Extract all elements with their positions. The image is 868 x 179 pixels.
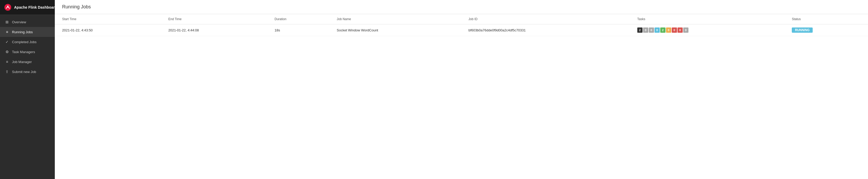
tasks-badges: 200020000 [637, 27, 777, 33]
svg-point-1 [7, 6, 9, 7]
task-badge-failed: 0 [678, 27, 683, 33]
table-row[interactable]: 2021-01-22, 4:43:50 2021-01-22, 4:44:08 … [55, 24, 868, 36]
job-id: bf603b0a76dde0f9d00a2c4df5c70331 [461, 24, 630, 36]
start-time: 2021-01-22, 4:43:50 [55, 24, 161, 36]
job-name: Socket Window WordCount [329, 24, 461, 36]
col-header-job-name: Job Name [329, 14, 461, 24]
status-badge: RUNNING [792, 27, 813, 33]
tasks-cell: 200020000 [630, 24, 784, 36]
completed-jobs-icon: ✓ [5, 40, 9, 44]
table-header: Start TimeEnd TimeDurationJob NameJob ID… [55, 14, 868, 24]
sidebar-item-job-manager[interactable]: ≡ Job Manager [0, 57, 55, 67]
duration: 18s [267, 24, 329, 36]
sidebar-item-label-completed-jobs: Completed Jobs [12, 40, 36, 44]
sidebar-item-overview[interactable]: ⊞ Overview [0, 17, 55, 27]
overview-icon: ⊞ [5, 20, 9, 24]
col-header-duration: Duration [267, 14, 329, 24]
sidebar-header: Apache Flink Dashboard [0, 0, 55, 15]
col-header-end-time: End Time [161, 14, 267, 24]
sidebar-nav: ⊞ Overview ≡ Running Jobs ✓ Completed Jo… [0, 15, 55, 77]
job-manager-icon: ≡ [5, 60, 9, 64]
jobs-table-container: Start TimeEnd TimeDurationJob NameJob ID… [55, 14, 868, 179]
sidebar-item-label-task-managers: Task Managers [12, 50, 35, 54]
col-header-job-id: Job ID [461, 14, 630, 24]
table-header-row: Start TimeEnd TimeDurationJob NameJob ID… [55, 14, 868, 24]
jobs-table: Start TimeEnd TimeDurationJob NameJob ID… [55, 14, 868, 36]
status-cell: RUNNING [784, 24, 868, 36]
task-badge-reconciling: 0 [683, 27, 688, 33]
col-header-start-time: Start Time [55, 14, 161, 24]
col-header-tasks: Tasks [630, 14, 784, 24]
task-managers-icon: ⚙ [5, 50, 9, 54]
task-badge-created: 2 [637, 27, 643, 33]
sidebar-item-running-jobs[interactable]: ≡ Running Jobs [0, 27, 55, 37]
sidebar: Apache Flink Dashboard ⊞ Overview ≡ Runn… [0, 0, 55, 179]
page-header: Running Jobs [55, 0, 868, 14]
app-title: Apache Flink Dashboard [14, 5, 57, 9]
task-badge-finished: 2 [660, 27, 665, 33]
flink-logo [4, 4, 11, 11]
end-time: 2021-01-22, 4:44:08 [161, 24, 267, 36]
task-badge-running: 0 [654, 27, 660, 33]
sidebar-item-task-managers[interactable]: ⚙ Task Managers [0, 47, 55, 57]
sidebar-item-label-running-jobs: Running Jobs [12, 30, 33, 34]
task-badge-deploying: 0 [649, 27, 654, 33]
sidebar-item-label-overview: Overview [12, 20, 26, 24]
sidebar-item-submit-job[interactable]: ⇪ Submit new Job [0, 67, 55, 77]
sidebar-item-label-job-manager: Job Manager [12, 60, 32, 64]
main-content: Running Jobs Start TimeEnd TimeDurationJ… [55, 0, 868, 179]
task-badge-canceling: 0 [666, 27, 671, 33]
task-badge-canceled: 0 [672, 27, 677, 33]
running-jobs-icon: ≡ [5, 30, 9, 34]
sidebar-item-label-submit-job: Submit new Job [12, 70, 36, 74]
submit-job-icon: ⇪ [5, 70, 9, 74]
col-header-status: Status [784, 14, 868, 24]
task-badge-scheduled: 0 [643, 27, 648, 33]
page-title: Running Jobs [62, 4, 861, 10]
sidebar-item-completed-jobs[interactable]: ✓ Completed Jobs [0, 37, 55, 47]
table-body: 2021-01-22, 4:43:50 2021-01-22, 4:44:08 … [55, 24, 868, 36]
